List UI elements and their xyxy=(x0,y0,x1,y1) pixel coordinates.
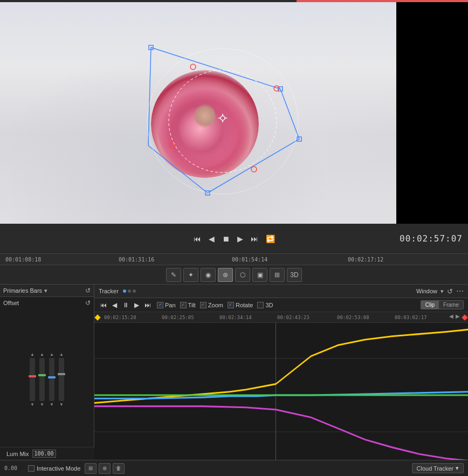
red-slider-thumb[interactable] xyxy=(29,375,36,377)
tracker-dot-2 xyxy=(128,289,131,293)
tilt-checkbox[interactable]: ✓ xyxy=(180,302,187,308)
pin-tool-button[interactable]: ✦ xyxy=(183,268,198,282)
pan-checkbox[interactable]: ✓ xyxy=(157,302,163,308)
tracker-title-row: Tracker xyxy=(99,288,136,294)
playhead-line xyxy=(297,0,468,2)
step-back-button[interactable]: ◀ xyxy=(207,233,217,244)
frame-button[interactable]: Frame xyxy=(439,301,463,309)
pan-checkbox-label[interactable]: ✓ Pan xyxy=(157,302,176,308)
circle-tool-button[interactable]: ◉ xyxy=(201,268,216,282)
stop-button[interactable]: ⏹ xyxy=(220,233,232,244)
tilt-checkbox-label[interactable]: ✓ Tilt xyxy=(180,302,196,308)
3d-checkbox[interactable]: ✓ xyxy=(257,302,264,308)
fill-tool-button[interactable]: ⬡ xyxy=(235,268,250,282)
graph-mark-3: 00:02:34:14 xyxy=(219,315,252,320)
graph-nav-left[interactable]: ◀ xyxy=(449,313,454,319)
primaries-dropdown-icon[interactable]: ▾ xyxy=(44,287,47,294)
tracker-controls-row: Window ▾ ↺ ⋯ xyxy=(416,287,464,295)
tracker-transport: ⏮ ◀ ⏸ ▶ ⏭ xyxy=(99,301,153,309)
svg-point-5 xyxy=(190,64,196,70)
bottom-target-button[interactable]: ⊕ xyxy=(99,463,111,474)
tracker-settings-button[interactable]: ↺ xyxy=(447,287,453,295)
blue-slider-track[interactable] xyxy=(49,358,54,401)
3d-checkbox-label[interactable]: ✓ 3D xyxy=(257,302,273,308)
3d-tool-button[interactable]: 3D xyxy=(287,268,302,282)
white-slider-down[interactable]: ▼ xyxy=(59,402,64,407)
video-canvas[interactable] xyxy=(0,0,396,224)
graph-nav-right[interactable]: ▶ xyxy=(455,313,460,319)
red-slider-up[interactable]: ▲ xyxy=(30,352,35,357)
ruler-mark-2: 00:01:31:16 xyxy=(119,257,154,263)
goto-start-button[interactable]: ⏮ xyxy=(191,233,203,244)
red-slider-col: ▲ ▼ xyxy=(30,352,35,407)
graph-mark-4: 00:02:43:23 xyxy=(277,315,309,320)
blue-slider-up[interactable]: ▲ xyxy=(50,352,54,357)
green-slider-thumb[interactable] xyxy=(38,374,46,376)
play-button[interactable]: ▶ xyxy=(235,233,245,244)
edit-tool-button[interactable]: ✎ xyxy=(166,268,181,282)
green-slider-track[interactable] xyxy=(39,358,45,401)
tracker-dot-1 xyxy=(123,289,126,293)
white-slider-track[interactable] xyxy=(59,358,64,401)
zoom-checkbox[interactable]: ✓ xyxy=(200,302,207,308)
red-slider-down[interactable]: ▼ xyxy=(30,402,35,407)
tracker-status-dots xyxy=(123,289,136,293)
red-slider-track[interactable] xyxy=(30,358,35,401)
tracker-play[interactable]: ▶ xyxy=(133,301,141,309)
loop-button[interactable]: 🔁 xyxy=(264,233,277,244)
tracker-pause[interactable]: ⏸ xyxy=(121,301,130,309)
white-slider-thumb[interactable] xyxy=(58,373,65,375)
ruler-mark-4: 00:02:17:12 xyxy=(348,257,383,263)
green-slider-down[interactable]: ▼ xyxy=(40,402,44,407)
primaries-title-text: Primaries Bars xyxy=(3,287,42,294)
lum-mix-value[interactable]: 100.00 xyxy=(32,450,56,458)
offset-row: Offset ↺ xyxy=(0,297,94,309)
offset-label: Offset xyxy=(3,300,19,306)
goto-end-button[interactable]: ⏭ xyxy=(249,233,260,244)
interactive-mode-label: Interactive Mode xyxy=(37,465,80,472)
rotate-checkbox-label[interactable]: ✓ Rotate xyxy=(228,302,253,308)
lum-mix-label: Lum Mix xyxy=(6,451,29,457)
graph-area[interactable]: 00:02:15:20 00:02:25:05 00:02:34:14 00:0… xyxy=(94,312,468,474)
tracker-goto-end[interactable]: ⏭ xyxy=(143,301,153,309)
green-slider-up[interactable]: ▲ xyxy=(40,352,44,357)
color-sliders-container: ▲ ▼ ▲ ▼ ▲ ▼ xyxy=(0,309,94,450)
bottom-delete-button[interactable]: 🗑 xyxy=(113,463,125,474)
3d-label: 3D xyxy=(265,302,273,308)
offset-reset-button[interactable]: ↺ xyxy=(85,299,91,307)
blue-slider-col: ▲ ▼ xyxy=(49,352,54,407)
tracker-goto-start[interactable]: ⏮ xyxy=(99,301,108,309)
interactive-mode-toggle[interactable]: Interactive Mode xyxy=(28,465,80,472)
tracker-menu-button[interactable]: ⋯ xyxy=(456,287,464,295)
ruler-mark-3: 00:01:54:14 xyxy=(232,257,267,263)
tracker-step-back[interactable]: ◀ xyxy=(111,301,119,309)
bottom-grid-button[interactable]: ⊞ xyxy=(85,463,97,474)
cloud-tracker-button[interactable]: Cloud Tracker ▾ xyxy=(412,463,464,473)
lum-mix-row: Lum Mix 100.00 xyxy=(0,447,94,460)
primaries-title: Primaries Bars ▾ xyxy=(3,287,47,294)
white-slider-col: ▲ ▼ xyxy=(59,352,64,407)
cloud-tracker-dropdown-icon: ▾ xyxy=(456,465,459,472)
white-slider-up[interactable]: ▲ xyxy=(59,352,64,357)
mask-tool-button[interactable]: ▣ xyxy=(252,268,267,282)
blue-slider-down[interactable]: ▼ xyxy=(50,402,54,407)
target-tool-button[interactable]: ⊕ xyxy=(218,268,233,282)
primaries-reset-button[interactable]: ↺ xyxy=(85,287,91,294)
zoom-checkbox-label[interactable]: ✓ Zoom xyxy=(200,302,223,308)
graph-mark-2: 00:02:25:05 xyxy=(162,315,194,320)
tracking-overlay xyxy=(0,0,396,224)
rotate-checkbox[interactable]: ✓ xyxy=(228,302,234,308)
window-dropdown-icon[interactable]: ▾ xyxy=(441,288,444,295)
interactive-mode-checkbox[interactable] xyxy=(28,465,35,472)
blue-slider-thumb[interactable] xyxy=(48,376,56,378)
bottom-left-value: 0.00 xyxy=(4,465,24,471)
timecode-display: 00:02:57:07 xyxy=(400,233,463,244)
crop-tool-button[interactable]: ⊞ xyxy=(270,268,285,282)
tracker-panel: Tracker Window ▾ ↺ ⋯ ⏮ ◀ ⏸ ▶ xyxy=(94,285,468,474)
tracker-header: Tracker Window ▾ ↺ ⋯ xyxy=(94,285,468,298)
graph-left-diamond xyxy=(94,314,100,320)
tracker-dot-3 xyxy=(133,289,136,293)
transport-bar: ⏮ ◀ ⏹ ▶ ⏭ 🔁 00:02:57:07 xyxy=(0,224,468,253)
clip-button[interactable]: Clip xyxy=(421,301,439,309)
transport-controls: ⏮ ◀ ⏹ ▶ ⏭ 🔁 xyxy=(191,233,277,244)
